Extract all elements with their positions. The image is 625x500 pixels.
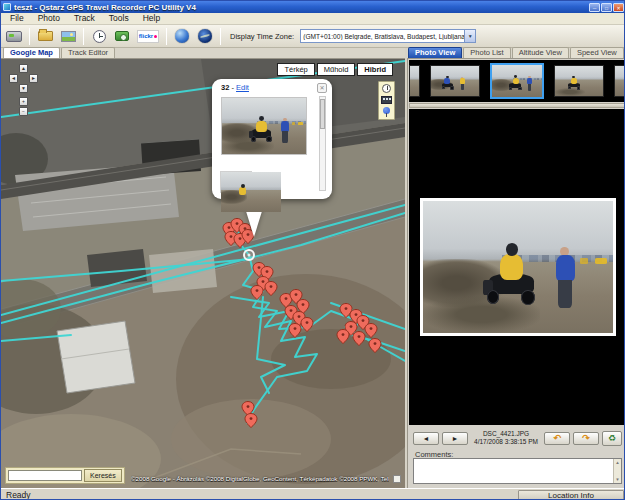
- edit-link[interactable]: Edit: [236, 83, 249, 92]
- folder-icon: [38, 31, 53, 41]
- import-photos-button[interactable]: [35, 27, 55, 45]
- menu-bar: File Photo Track Tools Help: [1, 13, 625, 25]
- camera-icon: [115, 31, 129, 41]
- geotag-photos-button[interactable]: [112, 27, 132, 45]
- export-kml-button[interactable]: [195, 27, 215, 45]
- location-info-button[interactable]: Location Info: [518, 490, 624, 500]
- info-window-photo[interactable]: [221, 97, 307, 155]
- photo-filename: DSC_4421.JPG: [474, 430, 538, 438]
- time-icon[interactable]: [382, 84, 391, 93]
- pan-left-button[interactable]: ◄: [9, 74, 18, 83]
- map-resize-grip[interactable]: [393, 475, 401, 483]
- chevron-down-icon[interactable]: ▼: [464, 30, 475, 42]
- comments-textarea[interactable]: [414, 459, 614, 483]
- thumbnail-strip: [409, 60, 625, 102]
- thumbnail-partial[interactable]: [409, 65, 420, 97]
- zoom-in-button[interactable]: +: [19, 97, 28, 106]
- thumbnail-selected[interactable]: [490, 63, 544, 99]
- search-input[interactable]: [8, 470, 82, 481]
- menu-help[interactable]: Help: [136, 13, 167, 24]
- tab-photo-list[interactable]: Photo List: [463, 47, 510, 58]
- pan-up-button[interactable]: ▲: [19, 64, 28, 73]
- map-canvas[interactable]: ▲ ◄ ► ▼ + − Térkép Műhold Hibrid 32 - Ed…: [1, 59, 405, 488]
- google-earth-button[interactable]: [172, 27, 192, 45]
- map-copyright: ©2008 Google - Ábrázolás ©2008 DigitalGl…: [131, 475, 389, 482]
- map-tab-bar: Google Map Track Editor: [1, 48, 405, 59]
- zoom-out-button[interactable]: −: [19, 107, 28, 116]
- time-zone-label: Display Time Zone:: [230, 32, 294, 41]
- main-photo[interactable]: [420, 198, 616, 336]
- map-type-muhold[interactable]: Műhold: [317, 63, 356, 76]
- app-icon: [3, 3, 11, 11]
- map-search-bar: Keresés: [5, 467, 125, 484]
- info-window-photo-partial[interactable]: [220, 171, 252, 193]
- tab-track-editor[interactable]: Track Editor: [61, 47, 115, 58]
- flickr-upload-button[interactable]: flickr: [135, 27, 161, 45]
- thumbnail-partial[interactable]: [614, 65, 625, 97]
- toolbar-separator: [29, 28, 30, 45]
- playback-icon[interactable]: [381, 96, 392, 104]
- status-text: Ready: [1, 490, 518, 500]
- map-type-terkep[interactable]: Térkép: [277, 63, 314, 76]
- minimize-button[interactable]: ─: [589, 3, 600, 12]
- window-title: teszt - Qstarz GPS Travel Recorder PC Ut…: [14, 3, 589, 12]
- comments-scrollbar[interactable]: ▲ ▼: [613, 459, 621, 483]
- pan-down-button[interactable]: ▼: [19, 84, 28, 93]
- delete-photo-button[interactable]: ♻: [602, 431, 622, 446]
- export-photo-button[interactable]: [58, 27, 78, 45]
- previous-photo-button[interactable]: ◄: [413, 432, 439, 445]
- pan-right-button[interactable]: ►: [29, 74, 38, 83]
- info-window-scrollbar[interactable]: [319, 96, 326, 191]
- toolbar-separator: [166, 28, 167, 45]
- thumbnail-scrollbar[interactable]: [409, 103, 625, 108]
- atv-photo: [221, 172, 281, 212]
- map-pan-control: ▲ ◄ ► ▼ + −: [9, 64, 39, 116]
- tab-speed-view[interactable]: Speed View: [570, 47, 624, 58]
- info-window-header: 32 - Edit: [221, 83, 249, 92]
- title-bar: teszt - Qstarz GPS Travel Recorder PC Ut…: [1, 1, 625, 13]
- scrollbar-thumb[interactable]: [320, 99, 325, 129]
- rotate-right-button[interactable]: ↷: [573, 432, 599, 445]
- shift-time-button[interactable]: [89, 27, 109, 45]
- photo-controls: ◄ ► DSC_4421.JPG 4/17/2008 3:38:15 PM ↶ …: [408, 427, 625, 449]
- map-type-control: Térkép Műhold Hibrid: [277, 63, 393, 76]
- menu-photo[interactable]: Photo: [31, 13, 67, 24]
- time-zone-select[interactable]: (GMT+01:00) Belgrade, Bratislava, Budape…: [300, 29, 476, 43]
- close-icon[interactable]: ✕: [317, 83, 327, 93]
- photo-icon: [61, 31, 76, 42]
- next-photo-button[interactable]: ►: [442, 432, 468, 445]
- time-zone-value: (GMT+01:00) Belgrade, Bratislava, Budape…: [301, 33, 464, 40]
- atv-photo: [423, 201, 613, 333]
- close-button[interactable]: ✕: [613, 3, 624, 12]
- google-earth-icon: [175, 29, 189, 43]
- comments-box: ▲ ▼: [413, 458, 622, 484]
- download-device-button[interactable]: [4, 27, 24, 45]
- dash: -: [231, 83, 234, 92]
- map-type-hibrid[interactable]: Hibrid: [357, 63, 393, 76]
- marker-icon[interactable]: [383, 107, 390, 114]
- thumbnail[interactable]: [430, 65, 480, 97]
- menu-tools[interactable]: Tools: [102, 13, 136, 24]
- tab-altitude-view[interactable]: Altitude View: [512, 47, 569, 58]
- tab-google-map[interactable]: Google Map: [3, 47, 60, 58]
- track-point-marker[interactable]: [244, 250, 254, 260]
- atv-photo: [222, 98, 306, 154]
- clock-icon: [93, 30, 106, 43]
- search-button[interactable]: Keresés: [84, 469, 122, 482]
- toolbar-separator: [83, 28, 84, 45]
- menu-file[interactable]: File: [3, 13, 31, 24]
- photo-meta: DSC_4421.JPG 4/17/2008 3:38:15 PM: [474, 430, 538, 446]
- photo-index: 32: [221, 83, 229, 92]
- scroll-down-icon[interactable]: ▼: [615, 477, 619, 482]
- map-side-toolbar: [378, 81, 395, 120]
- gps-device-icon: [6, 31, 22, 42]
- thumbnail[interactable]: [554, 65, 604, 97]
- rotate-left-button[interactable]: ↶: [544, 432, 570, 445]
- scroll-up-icon[interactable]: ▲: [615, 460, 619, 465]
- info-window: 32 - Edit ✕: [212, 79, 332, 199]
- maximize-button[interactable]: □: [601, 3, 612, 12]
- tab-photo-view[interactable]: Photo View: [408, 47, 462, 58]
- menu-track[interactable]: Track: [67, 13, 102, 24]
- photo-panel: ◄ ► DSC_4421.JPG 4/17/2008 3:38:15 PM ↶ …: [407, 59, 625, 488]
- photo-display-area: [409, 109, 625, 425]
